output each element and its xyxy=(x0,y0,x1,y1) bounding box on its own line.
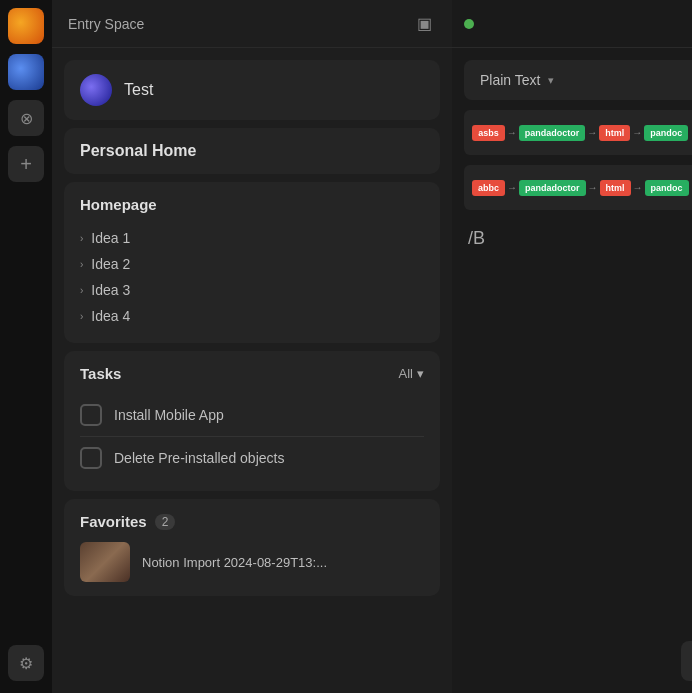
bottom-nav: ‹ › xyxy=(681,641,692,681)
settings-icon[interactable]: ⚙ xyxy=(8,645,44,681)
personal-home-card[interactable]: Personal Home xyxy=(64,128,440,174)
main-panel: Entry Space ▣ Test Personal Home Homepag… xyxy=(52,0,452,693)
idea-3-item[interactable]: › Idea 3 xyxy=(80,277,424,303)
idea-2-item[interactable]: › Idea 2 xyxy=(80,251,424,277)
layout-toggle-button[interactable]: ▣ xyxy=(412,12,436,36)
favorites-card: Favorites 2 Notion Import 2024-08-29T13:… xyxy=(64,499,440,596)
chevron-right-icon: › xyxy=(80,311,83,322)
task-delete-item: Delete Pre-installed objects xyxy=(80,439,424,477)
right-panel: Ide Plain Text ▾ gitlab asbs → pandadoct… xyxy=(452,0,692,693)
orange-workspace-icon[interactable] xyxy=(8,8,44,44)
tasks-header: Tasks All ▾ xyxy=(80,365,424,382)
panel-title: Entry Space xyxy=(68,16,144,32)
pipeline-1-box: gitlab asbs → pandadoctor → html → pando… xyxy=(464,110,692,155)
personal-home-label: Personal Home xyxy=(80,142,196,159)
idea-4-item[interactable]: › Idea 4 xyxy=(80,303,424,329)
all-filter-button[interactable]: All ▾ xyxy=(399,366,424,381)
right-panel-header: Ide xyxy=(452,0,692,48)
filter-chevron-icon: ▾ xyxy=(417,366,424,381)
online-status-dot xyxy=(464,19,474,29)
favorites-item-label: Notion Import 2024-08-29T13:... xyxy=(142,555,327,570)
idea-3-label: Idea 3 xyxy=(91,282,130,298)
homepage-card: Homepage › Idea 1 › Idea 2 › Idea 3 › Id… xyxy=(64,182,440,343)
pipeline-2-inner: abbc → pandadoctor → html → pandoc → doc… xyxy=(464,176,692,200)
right-panel-content: Plain Text ▾ gitlab asbs → pandadoctor →… xyxy=(452,48,692,693)
test-avatar xyxy=(80,74,112,106)
pip-2-block-1: pandadoctor xyxy=(519,180,586,196)
pip-1-block-2: html xyxy=(599,125,630,141)
favorites-thumbnail xyxy=(80,542,130,582)
favorites-count: 2 xyxy=(155,514,176,530)
task-install-item: Install Mobile App xyxy=(80,396,424,434)
plain-text-label: Plain Text xyxy=(480,72,540,88)
chevron-right-icon: › xyxy=(80,285,83,296)
panel-header: Entry Space ▣ xyxy=(52,0,452,48)
slash-b-text: /B xyxy=(464,220,692,257)
task-install-label: Install Mobile App xyxy=(114,407,224,423)
task-delete-checkbox[interactable] xyxy=(80,447,102,469)
test-card[interactable]: Test xyxy=(64,60,440,120)
tasks-card: Tasks All ▾ Install Mobile App Delete Pr… xyxy=(64,351,440,491)
favorites-thumb-image xyxy=(80,542,130,582)
plain-text-dropdown[interactable]: Plain Text ▾ xyxy=(464,60,692,100)
grid-icon[interactable]: ⊗ xyxy=(8,100,44,136)
plain-text-chevron-icon: ▾ xyxy=(548,74,554,87)
idea-2-label: Idea 2 xyxy=(91,256,130,272)
panel-content: Test Personal Home Homepage › Idea 1 › I… xyxy=(52,48,452,693)
tasks-title: Tasks xyxy=(80,365,121,382)
blue-workspace-icon[interactable] xyxy=(8,54,44,90)
idea-1-label: Idea 1 xyxy=(91,230,130,246)
pip-1-block-0: asbs xyxy=(472,125,505,141)
idea-1-item[interactable]: › Idea 1 xyxy=(80,225,424,251)
chevron-right-icon: › xyxy=(80,259,83,270)
add-icon[interactable]: + xyxy=(8,146,44,182)
pipeline-1-inner: asbs → pandadoctor → html → pandoc → doc… xyxy=(464,121,692,145)
idea-4-label: Idea 4 xyxy=(91,308,130,324)
test-label: Test xyxy=(124,81,153,99)
task-divider xyxy=(80,436,424,437)
pipeline-2-box: gitlab abbc → pandadoctor → html → pando… xyxy=(464,165,692,210)
pip-2-block-0: abbc xyxy=(472,180,505,196)
favorites-title: Favorites xyxy=(80,513,147,530)
pip-1-block-1: pandadoctor xyxy=(519,125,586,141)
favorites-item-0[interactable]: Notion Import 2024-08-29T13:... xyxy=(80,542,424,582)
pip-1-block-3: pandoc xyxy=(644,125,688,141)
favorites-header: Favorites 2 xyxy=(80,513,424,530)
homepage-title: Homepage xyxy=(80,196,424,213)
chevron-right-icon: › xyxy=(80,233,83,244)
pip-2-block-3: pandoc xyxy=(645,180,689,196)
task-install-checkbox[interactable] xyxy=(80,404,102,426)
sidebar: ⊗ + ⚙ xyxy=(0,0,52,693)
task-delete-label: Delete Pre-installed objects xyxy=(114,450,284,466)
pip-2-block-2: html xyxy=(600,180,631,196)
